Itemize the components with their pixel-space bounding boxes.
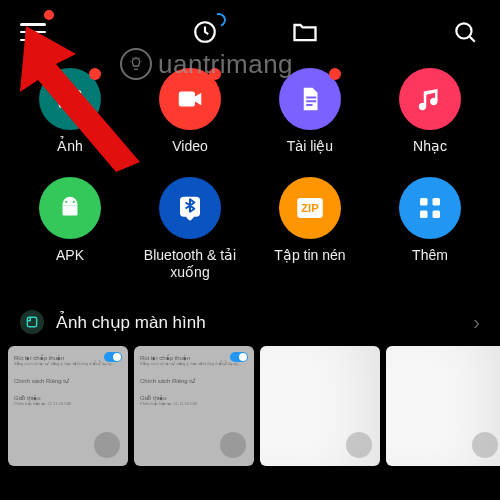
thumb-line: Rút lại chấp thuận [14, 354, 64, 361]
svg-rect-8 [63, 205, 78, 215]
category-label: Nhạc [413, 138, 447, 155]
svg-point-9 [65, 200, 67, 202]
notification-dot [329, 68, 341, 80]
folder-icon [291, 18, 319, 46]
recent-button[interactable] [190, 17, 220, 47]
search-button[interactable] [450, 17, 480, 47]
screenshot-thumbnail[interactable]: Rút lại chấp thuận Bằng cách rút lại sự … [8, 346, 128, 466]
svg-rect-14 [420, 198, 428, 206]
thumb-subtext: Bằng cách rút lại sự đồng ý, bạn sẽ khôn… [140, 362, 248, 367]
svg-rect-17 [433, 210, 441, 218]
svg-rect-7 [306, 104, 312, 106]
screenshot-badge-icon [20, 310, 44, 334]
chevron-right-icon: › [473, 311, 480, 334]
fab-icon [220, 432, 246, 458]
android-icon [39, 177, 101, 239]
thumb-subtext: Phiên bản hiện tại: 21.11.19.536 [14, 402, 122, 407]
music-icon [399, 68, 461, 130]
category-label: Tập tin nén [274, 247, 345, 264]
svg-rect-16 [420, 210, 428, 218]
fab-icon [94, 432, 120, 458]
notification-dot [209, 68, 221, 80]
zip-icon: ZIP [279, 177, 341, 239]
svg-point-1 [456, 23, 471, 38]
section-screenshots[interactable]: Ảnh chụp màn hình › [0, 296, 500, 346]
screenshot-thumbnail[interactable] [386, 346, 500, 466]
category-label: APK [56, 247, 84, 264]
thumb-line: Chính sách Riêng tư [140, 377, 195, 384]
thumb-subtext: Phiên bản hiện tại: 21.11.19.536 [140, 402, 248, 407]
toggle-icon [104, 352, 122, 362]
svg-text:ZIP: ZIP [301, 202, 319, 214]
image-icon [39, 68, 101, 130]
search-icon [452, 19, 478, 45]
category-label: Video [172, 138, 208, 155]
svg-point-10 [73, 200, 75, 202]
video-icon [159, 68, 221, 130]
menu-button[interactable] [20, 23, 46, 41]
category-music[interactable]: Nhạc [370, 68, 490, 155]
svg-rect-4 [179, 92, 195, 107]
category-zip[interactable]: ZIPTập tin nén [250, 177, 370, 281]
bluetooth-icon [159, 177, 221, 239]
doc-icon [279, 68, 341, 130]
svg-rect-18 [27, 318, 36, 327]
category-docs[interactable]: Tài liệu [250, 68, 370, 155]
toggle-icon [230, 352, 248, 362]
folder-button[interactable] [290, 17, 320, 47]
category-more[interactable]: Thêm [370, 177, 490, 281]
category-label: Ảnh [57, 138, 83, 155]
fab-icon [346, 432, 372, 458]
thumb-subtext: Bằng cách rút lại sự đồng ý, bạn sẽ khôn… [14, 362, 122, 367]
fab-icon [472, 432, 498, 458]
svg-rect-15 [433, 198, 441, 206]
category-video[interactable]: Video [130, 68, 250, 155]
thumb-line: Chính sách Riêng tư [14, 377, 69, 384]
menu-notification-dot [44, 10, 54, 20]
category-label: Thêm [412, 247, 448, 264]
category-images[interactable]: Ảnh [10, 68, 130, 155]
notification-dot [89, 68, 101, 80]
category-apk[interactable]: APK [10, 177, 130, 281]
category-label: Tài liệu [287, 138, 333, 155]
category-bluetooth[interactable]: Bluetooth & tải xuống [130, 177, 250, 281]
svg-point-3 [63, 95, 67, 99]
grid-icon [399, 177, 461, 239]
category-label: Bluetooth & tải xuống [138, 247, 243, 281]
screenshot-thumbnail[interactable] [260, 346, 380, 466]
screenshot-thumbnail[interactable]: Rút lại chấp thuận Bằng cách rút lại sự … [134, 346, 254, 466]
svg-rect-5 [306, 97, 316, 99]
thumb-line: Rút lại chấp thuận [140, 354, 190, 361]
section-title: Ảnh chụp màn hình [56, 312, 461, 333]
svg-rect-6 [306, 100, 316, 102]
